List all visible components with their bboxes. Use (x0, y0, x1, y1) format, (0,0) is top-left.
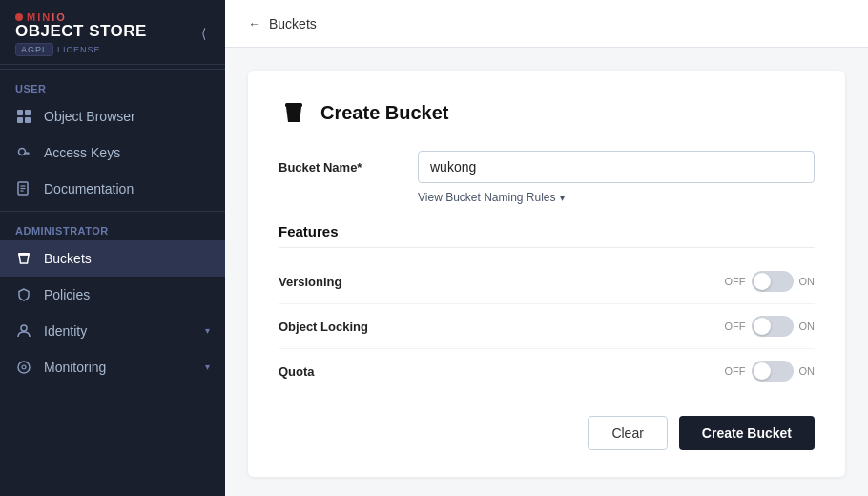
object-locking-on-label: ON (799, 320, 816, 332)
grid-icon (15, 108, 32, 125)
access-keys-label: Access Keys (44, 145, 120, 160)
create-bucket-title: Create Bucket (320, 102, 449, 124)
versioning-toggle-group: OFF ON (725, 271, 816, 292)
quota-toggle[interactable] (752, 361, 794, 382)
content-area: Create Bucket Bucket Name* View Bucket N… (225, 48, 868, 496)
sidebar-header: MINIO OBJECT STORE AGPL LICENSE ⟨ (0, 0, 225, 65)
object-browser-label: Object Browser (44, 109, 135, 124)
quota-toggle-group: OFF ON (725, 361, 816, 382)
svg-rect-11 (18, 253, 30, 256)
chevron-naming-icon: ▾ (560, 193, 565, 203)
admin-section-label: Administrator (0, 216, 225, 240)
clear-button[interactable]: Clear (588, 416, 667, 450)
sidebar-item-access-keys[interactable]: Access Keys (0, 134, 225, 171)
bucket-name-label: Bucket Name* (279, 160, 403, 175)
bucket-icon (15, 250, 32, 267)
bucket-name-row: Bucket Name* (279, 151, 815, 183)
logo-area: MINIO OBJECT STORE AGPL LICENSE (15, 11, 147, 56)
policies-label: Policies (44, 287, 90, 302)
svg-point-4 (19, 148, 26, 155)
versioning-on-label: ON (799, 276, 816, 287)
svg-rect-6 (28, 154, 30, 155)
sidebar-item-monitoring[interactable]: Monitoring ▾ (0, 349, 225, 385)
naming-rules-text: View Bucket Naming Rules (418, 191, 556, 204)
sidebar-item-object-browser[interactable]: Object Browser (0, 98, 225, 134)
svg-point-12 (21, 325, 27, 331)
collapse-button[interactable]: ⟨ (197, 22, 210, 45)
svg-rect-2 (17, 117, 23, 123)
action-row: Clear Create Bucket (279, 416, 815, 450)
identity-icon (15, 322, 32, 340)
svg-rect-15 (285, 103, 302, 107)
quota-row: Quota OFF ON (279, 349, 815, 393)
bucket-name-input[interactable] (418, 151, 815, 183)
buckets-label: Buckets (44, 251, 92, 266)
license-badge: AGPL (15, 43, 53, 56)
sidebar-item-identity[interactable]: Identity ▾ (0, 313, 225, 349)
main-content: ← Buckets Create Bucket Bucket Name* (225, 0, 868, 496)
monitoring-label: Monitoring (44, 360, 106, 375)
sidebar-item-buckets[interactable]: Buckets (0, 240, 225, 277)
svg-point-13 (18, 362, 30, 373)
topbar: ← Buckets (225, 0, 868, 48)
features-section: Features Versioning OFF ON Object Lockin… (279, 223, 815, 393)
quota-on-label: ON (799, 365, 816, 377)
create-bucket-card: Create Bucket Bucket Name* View Bucket N… (248, 71, 845, 477)
back-arrow-icon[interactable]: ← (248, 16, 261, 31)
versioning-off-label: OFF (725, 276, 746, 287)
object-locking-row: Object Locking OFF ON (279, 304, 815, 349)
card-title: Create Bucket (279, 97, 815, 128)
naming-rules-link[interactable]: View Bucket Naming Rules ▾ (418, 191, 815, 204)
user-section-label: User (0, 73, 225, 98)
object-locking-label: Object Locking (279, 320, 725, 334)
sidebar-item-policies[interactable]: Policies (0, 277, 225, 313)
versioning-toggle[interactable] (752, 271, 794, 292)
object-locking-toggle-group: OFF ON (725, 316, 816, 337)
license-text: LICENSE (57, 45, 101, 54)
create-bucket-button[interactable]: Create Bucket (679, 416, 815, 450)
bucket-title-icon (279, 97, 309, 128)
doc-icon (15, 180, 32, 197)
documentation-label: Documentation (44, 181, 134, 196)
object-locking-toggle[interactable] (752, 316, 794, 337)
object-locking-off-label: OFF (725, 320, 746, 332)
svg-rect-0 (17, 110, 23, 115)
minio-dot (15, 13, 23, 21)
svg-point-14 (22, 365, 26, 369)
chevron-down-icon: ▾ (205, 325, 210, 336)
svg-rect-5 (25, 152, 30, 154)
key-icon (15, 144, 32, 161)
chevron-down-icon-2: ▾ (205, 362, 210, 372)
quota-off-label: OFF (725, 365, 746, 377)
sidebar: MINIO OBJECT STORE AGPL LICENSE ⟨ User O… (0, 0, 225, 496)
divider-1 (0, 69, 225, 70)
sidebar-item-documentation[interactable]: Documentation (0, 171, 225, 207)
features-title: Features (279, 223, 815, 248)
logo-license: AGPL LICENSE (15, 43, 101, 56)
versioning-row: Versioning OFF ON (279, 259, 815, 304)
monitoring-icon (15, 359, 32, 376)
shield-icon (15, 286, 32, 303)
breadcrumb: ← Buckets (248, 16, 317, 31)
identity-label: Identity (44, 323, 87, 339)
versioning-label: Versioning (279, 275, 725, 289)
quota-label: Quota (279, 364, 725, 379)
breadcrumb-label: Buckets (269, 16, 317, 31)
divider-2 (0, 211, 225, 212)
svg-rect-1 (25, 110, 31, 115)
object-store-text: OBJECT STORE (15, 23, 147, 41)
svg-rect-3 (25, 117, 31, 123)
